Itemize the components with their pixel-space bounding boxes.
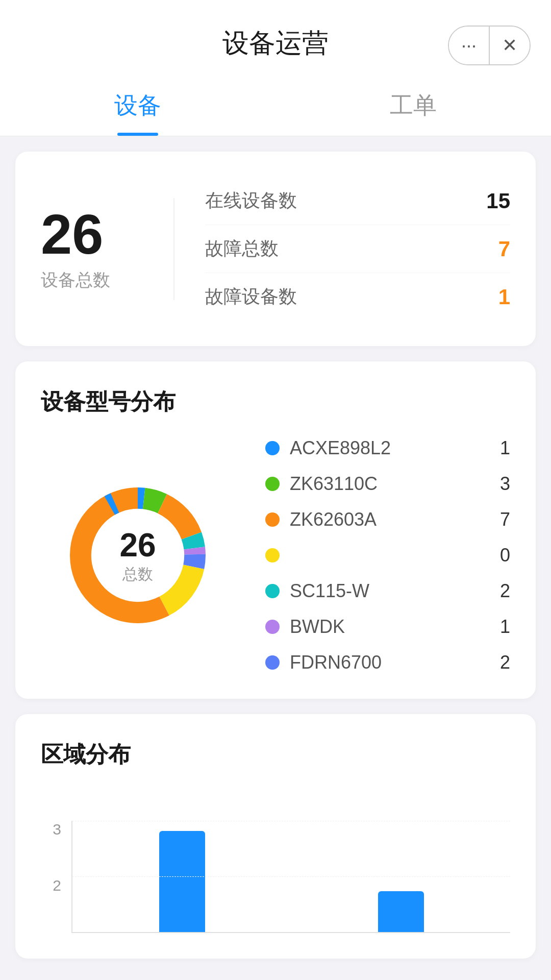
legend-name-6: FDRN6700	[290, 652, 490, 673]
grid-mid	[72, 876, 510, 877]
stat-online-value: 15	[486, 189, 510, 213]
stat-online-label: 在线设备数	[205, 188, 297, 213]
legend-item-2: ZK62603A 7	[265, 509, 510, 530]
header-actions: ··· ✕	[448, 26, 531, 65]
bar-0	[83, 831, 281, 932]
legend-name-4: SC115-W	[290, 580, 490, 602]
stat-fault-device: 故障设备数 1	[205, 273, 510, 321]
bar-1	[302, 891, 500, 932]
legend-dot-1	[265, 477, 280, 491]
tab-device[interactable]: 设备	[0, 71, 276, 136]
y-axis: 3 2	[41, 821, 61, 933]
legend-item-1: ZK63110C 3	[265, 473, 510, 495]
chart-container: 26 总数 ACXE898L2 1 ZK63110C 3 ZK	[41, 437, 510, 673]
legend-item-5: BWDK 1	[265, 616, 510, 638]
donut-center: 26 总数	[119, 526, 156, 585]
main-content: 26 设备总数 在线设备数 15 故障总数 7 故障设备数 1 设备型号分布	[0, 136, 551, 980]
legend-dot-4	[265, 584, 280, 598]
more-button[interactable]: ···	[449, 27, 489, 64]
legend-count-5: 1	[500, 616, 510, 638]
legend-count-1: 3	[500, 473, 510, 495]
area-distribution-card: 区域分布 3 2	[15, 714, 536, 959]
legend-count-3: 0	[500, 545, 510, 566]
bar-chart: 3 2	[41, 790, 510, 933]
total-number: 26	[41, 206, 143, 262]
legend-item-6: FDRN6700 2	[265, 652, 510, 673]
legend-count-4: 2	[500, 580, 510, 602]
donut-center-label: 总数	[119, 564, 156, 585]
legend-dot-5	[265, 620, 280, 634]
stats-divider	[173, 198, 174, 300]
stat-fault-device-value: 1	[498, 285, 510, 309]
device-distribution-card: 设备型号分布	[15, 361, 536, 699]
stats-card: 26 设备总数 在线设备数 15 故障总数 7 故障设备数 1	[15, 152, 536, 346]
stat-online: 在线设备数 15	[205, 177, 510, 225]
stats-items: 在线设备数 15 故障总数 7 故障设备数 1	[205, 177, 510, 321]
grid-top	[72, 821, 510, 821]
stat-fault-total: 故障总数 7	[205, 225, 510, 273]
legend-name-5: BWDK	[290, 616, 490, 638]
legend-dot-3	[265, 548, 280, 562]
donut-center-number: 26	[119, 526, 156, 564]
stat-fault-total-value: 7	[498, 237, 510, 261]
legend-name-2: ZK62603A	[290, 509, 490, 530]
legend: ACXE898L2 1 ZK63110C 3 ZK62603A 7 0	[265, 437, 510, 673]
bar-rect-1	[378, 891, 424, 932]
legend-name-0: ACXE898L2	[290, 437, 490, 459]
legend-count-6: 2	[500, 652, 510, 673]
legend-item-3: 0	[265, 545, 510, 566]
total-label: 设备总数	[41, 268, 143, 292]
bar-rect-0	[159, 831, 205, 932]
legend-item-4: SC115-W 2	[265, 580, 510, 602]
legend-count-0: 1	[500, 437, 510, 459]
legend-dot-0	[265, 441, 280, 455]
legend-item-0: ACXE898L2 1	[265, 437, 510, 459]
legend-dot-6	[265, 655, 280, 670]
area-distribution-title: 区域分布	[41, 740, 510, 770]
page-title: 设备运营	[222, 26, 329, 61]
stat-fault-device-label: 故障设备数	[205, 284, 297, 309]
header: 设备运营 ··· ✕	[0, 0, 551, 71]
tabs: 设备 工单	[0, 71, 551, 136]
legend-name-1: ZK63110C	[290, 473, 490, 495]
tab-workorder[interactable]: 工单	[276, 71, 551, 136]
legend-dot-2	[265, 512, 280, 527]
y-label-2: 2	[41, 877, 61, 894]
stat-fault-total-label: 故障总数	[205, 236, 279, 261]
close-button[interactable]: ✕	[489, 27, 530, 64]
device-distribution-title: 设备型号分布	[41, 387, 510, 417]
bars-area	[71, 821, 510, 933]
legend-count-2: 7	[500, 509, 510, 530]
y-label-3: 3	[41, 821, 61, 838]
donut-chart: 26 总数	[41, 458, 235, 652]
total-stats: 26 设备总数	[41, 206, 143, 292]
